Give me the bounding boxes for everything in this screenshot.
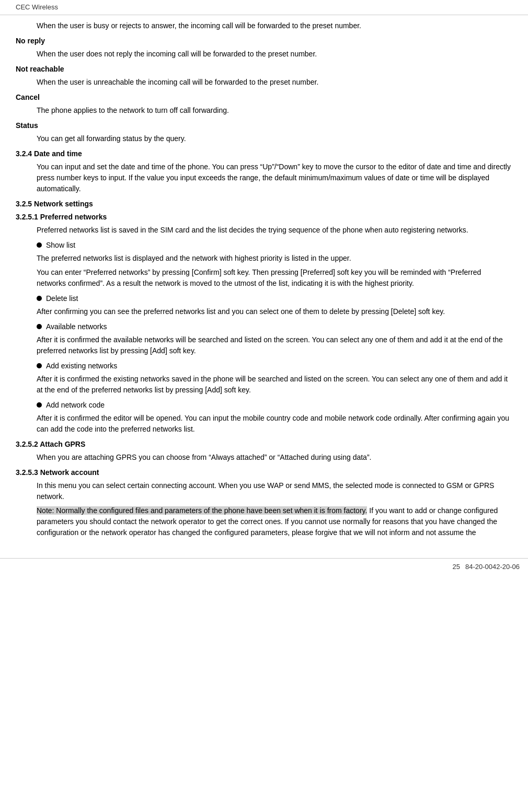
- add-network-code-content: After it is confirmed the editor will be…: [16, 413, 512, 435]
- no-reply-section: No reply When the user does not reply th…: [16, 36, 512, 60]
- status-section: Status You can get all forwarding status…: [16, 120, 512, 144]
- bullet-dot-add-existing: [37, 363, 42, 368]
- show-list-label: Show list: [46, 240, 75, 251]
- available-networks-content: After it is confirmed the available netw…: [16, 334, 512, 356]
- delete-list-text: After confirming you can see the preferr…: [37, 306, 512, 317]
- section-3253-content: In this menu you can select certain conn…: [16, 480, 512, 538]
- section-3253: 3.2.5.3 Network account In this menu you…: [16, 467, 512, 538]
- show-list-bullet: Show list: [37, 240, 512, 251]
- available-networks-label: Available networks: [46, 321, 107, 332]
- intro-text: When the user is busy or rejects to answ…: [37, 20, 512, 31]
- footer-bar: 84-20-0042-20-06 25: [0, 558, 528, 565]
- not-reachable-content: When the user is unreachable the incomin…: [16, 77, 512, 88]
- status-label: Status: [16, 120, 512, 131]
- main-content: When the user is busy or rejects to answ…: [0, 15, 528, 553]
- bullet-dot-available: [37, 324, 42, 329]
- bullet-dot-network-code: [37, 402, 42, 408]
- bullet-dot-show-list: [37, 242, 42, 248]
- show-list-texts: The preferred networks list is displayed…: [16, 253, 512, 289]
- status-content: You can get all forwarding status by the…: [16, 133, 512, 144]
- no-reply-content: When the user does not reply the incomin…: [16, 49, 512, 60]
- add-existing-bullet: Add existing networks: [37, 361, 512, 372]
- add-existing-label: Add existing networks: [46, 361, 117, 372]
- not-reachable-section: Not reachable When the user is unreachab…: [16, 64, 512, 88]
- section-325-label: 3.2.5 Network settings: [16, 199, 512, 210]
- section-3252-content: When you are attaching GPRS you can choo…: [16, 452, 512, 463]
- cancel-label: Cancel: [16, 92, 512, 103]
- delete-list-label: Delete list: [46, 293, 78, 304]
- section-3251: 3.2.5.1 Preferred networks Preferred net…: [16, 212, 512, 236]
- footer-doc-number: 84-20-0042-20-06: [465, 562, 525, 572]
- footer-page-number: 25: [452, 562, 465, 572]
- cancel-content: The phone applies to the network to turn…: [16, 105, 512, 116]
- no-reply-text: When the user does not reply the incomin…: [37, 49, 512, 60]
- add-existing-text: After it is confirmed the existing netwo…: [37, 374, 512, 396]
- section-324-text: You can input and set the date and time …: [37, 161, 512, 194]
- header-bar: CEC Wireless: [0, 0, 528, 15]
- status-text: You can get all forwarding status by the…: [37, 133, 512, 144]
- header-title: CEC Wireless: [16, 3, 58, 11]
- note-paragraph: Note: Normally the configured files and …: [37, 505, 512, 538]
- add-network-code-bullet: Add network code: [37, 400, 512, 411]
- delete-list-content: After confirming you can see the preferr…: [16, 306, 512, 317]
- section-3253-label: 3.2.5.3 Network account: [16, 467, 512, 478]
- section-325: 3.2.5 Network settings: [16, 199, 512, 210]
- section-324-label: 3.2.4 Date and time: [16, 148, 512, 159]
- available-networks-bullet: Available networks: [37, 321, 512, 332]
- show-list-text1: The preferred networks list is displayed…: [37, 253, 512, 264]
- cancel-section: Cancel The phone applies to the network …: [16, 92, 512, 116]
- section-3251-text: Preferred networks list is saved in the …: [37, 225, 512, 236]
- intro-paragraph: When the user is busy or rejects to answ…: [16, 20, 512, 31]
- add-existing-content: After it is confirmed the existing netwo…: [16, 374, 512, 396]
- no-reply-label: No reply: [16, 36, 512, 47]
- not-reachable-label: Not reachable: [16, 64, 512, 75]
- section-3252-label: 3.2.5.2 Attach GPRS: [16, 439, 512, 450]
- section-3251-content: Preferred networks list is saved in the …: [16, 225, 512, 236]
- note-highlighted: Note: Normally the configured files and …: [37, 506, 367, 515]
- section-3251-label: 3.2.5.1 Preferred networks: [16, 212, 512, 223]
- bullet-dot-delete-list: [37, 296, 42, 301]
- cancel-text: The phone applies to the network to turn…: [37, 105, 512, 116]
- section-3252: 3.2.5.2 Attach GPRS When you are attachi…: [16, 439, 512, 463]
- add-network-code-label: Add network code: [46, 400, 105, 411]
- section-3253-text: In this menu you can select certain conn…: [37, 480, 512, 502]
- not-reachable-text: When the user is unreachable the incomin…: [37, 77, 512, 88]
- section-324-content: You can input and set the date and time …: [16, 161, 512, 194]
- show-list-text2: You can enter “Preferred networks” by pr…: [37, 267, 512, 289]
- section-324: 3.2.4 Date and time You can input and se…: [16, 148, 512, 194]
- available-networks-text: After it is confirmed the available netw…: [37, 334, 512, 356]
- section-3252-text: When you are attaching GPRS you can choo…: [37, 452, 512, 463]
- add-network-code-text: After it is confirmed the editor will be…: [37, 413, 512, 435]
- delete-list-bullet: Delete list: [37, 293, 512, 304]
